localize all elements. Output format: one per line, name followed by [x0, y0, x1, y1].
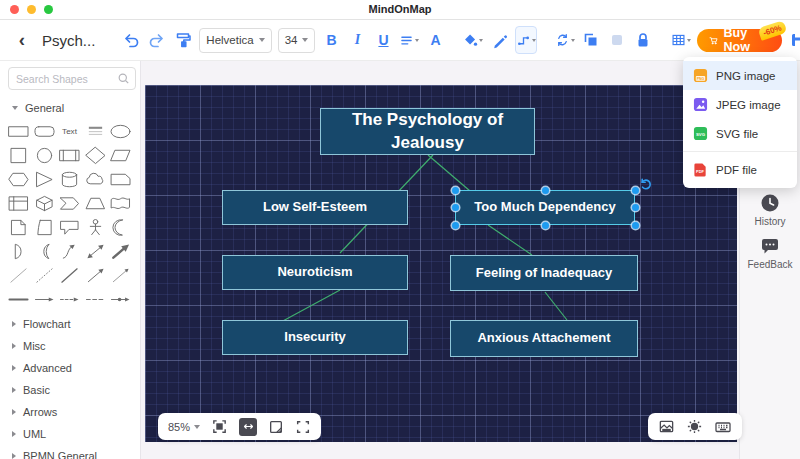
square-shape[interactable] — [6, 145, 31, 166]
resize-handle[interactable] — [632, 204, 639, 211]
process-shape[interactable] — [57, 145, 82, 166]
line-dashed-shape[interactable] — [83, 289, 108, 310]
hexagon-shape[interactable] — [6, 169, 31, 190]
align-button[interactable] — [399, 27, 419, 53]
callout-shape[interactable] — [57, 217, 82, 238]
fit-screen-icon[interactable] — [211, 418, 228, 435]
section-arrows[interactable]: Arrows — [0, 401, 140, 423]
section-uml[interactable]: UML — [0, 423, 140, 445]
trapezoid-shape[interactable] — [83, 193, 108, 214]
rounded-rectangle-shape[interactable] — [32, 121, 57, 142]
mindmap-node[interactable]: Feeling of Inadequacy — [450, 255, 638, 291]
parallelogram-shape[interactable] — [108, 145, 133, 166]
menu-item-png-image[interactable]: PNGPNG image — [683, 61, 797, 90]
resize-handle[interactable] — [542, 222, 549, 229]
mindmap-node[interactable]: Low Self-Esteem — [222, 190, 408, 225]
cylinder-shape[interactable] — [57, 169, 82, 190]
diag-arrow-thin-shape[interactable] — [108, 265, 133, 286]
mindmap-node[interactable]: Insecurity — [222, 320, 408, 355]
circle-shape[interactable] — [32, 145, 57, 166]
block-arrow-shape[interactable] — [108, 241, 133, 262]
internal-storage-shape[interactable] — [6, 193, 31, 214]
section-bpmn-general[interactable]: BPMN General — [0, 445, 140, 459]
double-arrow-shape[interactable] — [83, 241, 108, 262]
actor-shape[interactable] — [83, 217, 108, 238]
bring-to-front-button[interactable] — [581, 27, 601, 53]
resize-handle[interactable] — [452, 204, 459, 211]
diamond-shape[interactable] — [83, 145, 108, 166]
italic-button[interactable]: I — [347, 27, 367, 53]
thumbnail-panel-icon[interactable] — [658, 418, 675, 435]
history-button[interactable]: History — [740, 193, 800, 227]
font-size-select[interactable]: 34 — [278, 28, 316, 53]
mindmap-node[interactable]: Too Much Dependency — [455, 190, 635, 225]
text-shape[interactable]: Text — [57, 121, 82, 142]
buy-now-button[interactable]: Buy Now -60% — [697, 29, 781, 52]
crescent-shape[interactable] — [108, 217, 133, 238]
lock-icon[interactable] — [633, 27, 653, 53]
diag-arrow-shape[interactable] — [83, 265, 108, 286]
wave-shape[interactable] — [108, 193, 133, 214]
format-painter-icon[interactable] — [173, 27, 193, 53]
cloud-shape[interactable] — [83, 169, 108, 190]
resize-handle[interactable] — [452, 187, 459, 194]
line-color-button[interactable] — [489, 27, 509, 53]
replace-shape-button[interactable] — [555, 27, 575, 53]
opacity-button[interactable] — [607, 27, 627, 53]
back-button[interactable]: ‹ — [12, 26, 32, 52]
cube-shape[interactable] — [32, 193, 57, 214]
diag-line-shape[interactable] — [57, 265, 82, 286]
save-button[interactable] — [788, 27, 800, 53]
section-general[interactable]: General — [0, 97, 140, 118]
menu-item-pdf-file[interactable]: PDFPDF file — [683, 155, 797, 184]
feedback-button[interactable]: FeedBack — [740, 238, 800, 270]
menu-item-svg-file[interactable]: SVGSVG file — [683, 119, 797, 148]
line-bold-shape[interactable] — [6, 289, 31, 310]
mindmap-node[interactable]: Anxious Attachement — [450, 320, 638, 357]
table-grid-button[interactable] — [671, 27, 691, 53]
line-arrow-shape[interactable] — [32, 289, 57, 310]
rotate-handle-icon[interactable] — [640, 176, 652, 194]
line-connector-shape[interactable] — [108, 289, 133, 310]
diagram-canvas[interactable]: The Psychology of JealousyLow Self-Estee… — [145, 85, 737, 442]
section-misc[interactable]: Misc — [0, 335, 140, 357]
half-circle-shape[interactable] — [6, 241, 31, 262]
mindmap-node[interactable]: The Psychology of Jealousy — [320, 108, 535, 155]
redo-button[interactable] — [147, 27, 167, 53]
connector-style-button[interactable] — [515, 26, 537, 54]
note-shape[interactable] — [6, 217, 31, 238]
diag-line-dotted-shape[interactable] — [32, 265, 57, 286]
curve-arrow-shape[interactable] — [57, 241, 82, 262]
diag-line-thin-shape[interactable] — [6, 265, 31, 286]
section-basic[interactable]: Basic — [0, 379, 140, 401]
resize-handle[interactable] — [542, 187, 549, 194]
resize-handle[interactable] — [452, 222, 459, 229]
bold-button[interactable]: B — [321, 27, 341, 53]
line-dash-arrow-shape[interactable] — [57, 289, 82, 310]
section-advanced[interactable]: Advanced — [0, 357, 140, 379]
keyboard-shortcuts-icon[interactable] — [714, 418, 732, 436]
mindmap-node[interactable]: Neuroticism — [222, 255, 408, 290]
zoom-level-select[interactable]: 85% — [168, 421, 200, 433]
ellipse-shape[interactable] — [108, 121, 133, 142]
resize-handle[interactable] — [632, 222, 639, 229]
search-input[interactable] — [14, 72, 113, 86]
font-color-button[interactable]: A — [425, 27, 445, 53]
concave-shape[interactable] — [32, 241, 57, 262]
triangle-shape[interactable] — [32, 169, 57, 190]
menu-item-jpeg-image[interactable]: JPEG image — [683, 90, 797, 119]
theme-brightness-icon[interactable] — [686, 418, 703, 435]
underline-button[interactable]: U — [373, 27, 393, 53]
heading-shape[interactable] — [83, 121, 108, 142]
fullscreen-icon[interactable] — [295, 419, 311, 435]
fill-color-button[interactable] — [463, 27, 483, 53]
font-family-select[interactable]: Helvetica — [199, 28, 271, 53]
section-flowchart[interactable]: Flowchart — [0, 313, 140, 335]
chevron-shape[interactable] — [57, 193, 82, 214]
card-shape[interactable] — [108, 169, 133, 190]
resize-handle[interactable] — [632, 187, 639, 194]
document-shape[interactable] — [32, 217, 57, 238]
undo-button[interactable] — [121, 27, 141, 53]
rectangle-shape[interactable] — [6, 121, 31, 142]
fit-width-icon[interactable] — [239, 418, 257, 436]
